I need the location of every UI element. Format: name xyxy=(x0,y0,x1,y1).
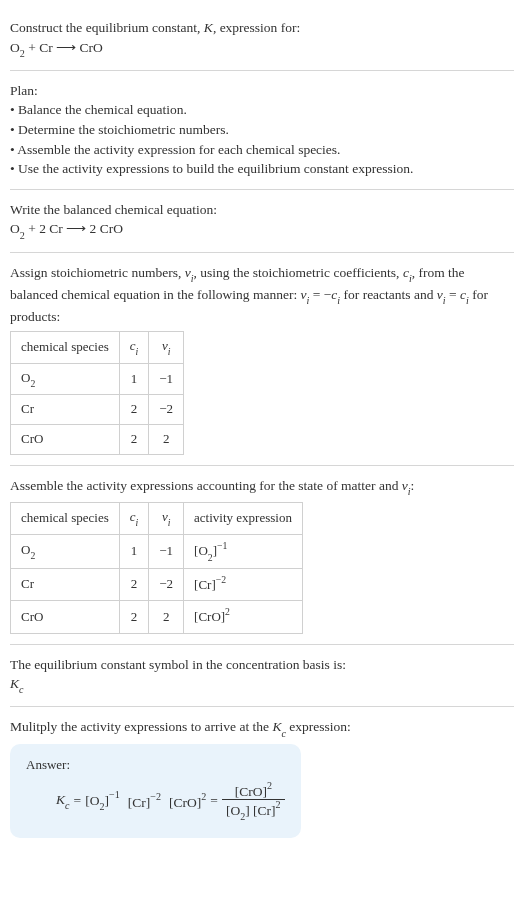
subscript: c xyxy=(19,684,24,695)
superscript: 2 xyxy=(201,791,206,802)
cell-nui: −1 xyxy=(149,535,184,569)
text: O xyxy=(10,221,20,236)
text: [Cr] xyxy=(128,794,151,809)
arrow-icon: ⟶ xyxy=(56,40,76,55)
text: c xyxy=(130,338,136,353)
text: c xyxy=(403,265,409,280)
activity-section: Assemble the activity expressions accoun… xyxy=(10,466,514,644)
text: 2 CrO xyxy=(86,221,123,236)
subscript: 2 xyxy=(20,48,25,59)
text: [CrO] xyxy=(169,794,201,809)
col-nui: νi xyxy=(149,503,184,535)
cell-species: Cr xyxy=(11,395,120,425)
col-activity: activity expression xyxy=(184,503,303,535)
arrow-icon: ⟶ xyxy=(66,221,86,236)
text: , using the stoichiometric coefficients, xyxy=(194,265,403,280)
answer-equation: Kc = [O2]−1 [Cr]−2 [CrO]2 = [CrO]2 [O2] … xyxy=(26,781,285,822)
subscript: i xyxy=(136,346,139,357)
cell-species: CrO xyxy=(11,601,120,633)
subscript: i xyxy=(136,517,139,528)
text: ν xyxy=(162,338,168,353)
text: c xyxy=(130,509,136,524)
subscript: i xyxy=(168,346,171,357)
kc-symbol-line: The equilibrium constant symbol in the c… xyxy=(10,655,514,675)
col-species: chemical species xyxy=(11,503,120,535)
text: ν xyxy=(162,509,168,524)
text: + 2 Cr xyxy=(25,221,66,236)
text: ] [Cr] xyxy=(245,803,275,818)
subscript: i xyxy=(168,517,171,528)
nu-symbol: νi xyxy=(185,265,194,280)
term-cro: [CrO]2 xyxy=(169,791,206,812)
equals: = xyxy=(74,791,82,811)
text: [CrO] xyxy=(235,783,267,798)
term-o2: [O2]−1 xyxy=(85,789,120,813)
cell-nui: −1 xyxy=(149,363,184,395)
balanced-equation: O2 + 2 Cr ⟶ 2 CrO xyxy=(10,219,514,241)
cell-species: O2 xyxy=(11,535,120,569)
text: : xyxy=(411,478,415,493)
subscript: c xyxy=(65,800,70,811)
table-row: Cr 2 −2 xyxy=(11,395,184,425)
stoich-intro: Assign stoichiometric numbers, νi, using… xyxy=(10,263,514,327)
text: ν xyxy=(301,287,307,302)
cell-ci: 1 xyxy=(119,535,149,569)
subscript: i xyxy=(191,273,194,284)
superscript: −1 xyxy=(109,789,120,800)
table-row: Cr 2 −2 [Cr]−2 xyxy=(11,569,303,601)
subscript: 2 xyxy=(30,378,35,389)
subscript: 2 xyxy=(99,801,104,812)
subscript: i xyxy=(409,273,412,284)
c-symbol: ci xyxy=(403,265,412,280)
superscript: −2 xyxy=(216,574,226,585)
text: ν xyxy=(185,265,191,280)
text: [Cr] xyxy=(194,578,216,593)
text: for reactants and xyxy=(340,287,437,302)
text: + Cr xyxy=(25,40,56,55)
kc-symbol: Kc xyxy=(272,719,286,734)
subscript: 2 xyxy=(20,230,25,241)
cell-ci: 2 xyxy=(119,569,149,601)
table-header-row: chemical species ci νi activity expressi… xyxy=(11,503,303,535)
species-o2: O2 xyxy=(10,221,25,236)
c-symbol: ci xyxy=(331,287,340,302)
col-ci: ci xyxy=(119,331,149,363)
c-symbol: ci xyxy=(460,287,469,302)
cell-nui: −2 xyxy=(149,569,184,601)
table-row: CrO 2 2 xyxy=(11,425,184,455)
plan-title: Plan: xyxy=(10,81,514,101)
text: Mulitply the activity expressions to arr… xyxy=(10,719,272,734)
text: O xyxy=(10,40,20,55)
cell-species: O2 xyxy=(11,363,120,395)
subscript: 2 xyxy=(30,550,35,561)
text: K xyxy=(10,676,19,691)
nu-symbol: νi xyxy=(402,478,411,493)
superscript: 2 xyxy=(225,606,230,617)
text: Assign stoichiometric numbers, xyxy=(10,265,185,280)
prompt-equation: O2 + Cr ⟶ CrO xyxy=(10,38,514,60)
answer-label: Answer: xyxy=(26,756,285,775)
cell-activity: [CrO]2 xyxy=(184,601,303,633)
stoich-table: chemical species ci νi O2 1 −1 Cr 2 −2 C… xyxy=(10,331,184,455)
superscript: 2 xyxy=(267,780,272,791)
k-symbol: K xyxy=(204,20,213,35)
answer-section: Mulitply the activity expressions to arr… xyxy=(10,707,514,847)
relation: νi xyxy=(437,287,446,302)
cell-ci: 2 xyxy=(119,425,149,455)
plan-bullet-4: • Use the activity expressions to build … xyxy=(10,159,514,179)
balanced-title: Write the balanced chemical equation: xyxy=(10,200,514,220)
table-row: O2 1 −1 [O2]−1 xyxy=(11,535,303,569)
plan-bullet-2: • Determine the stoichiometric numbers. xyxy=(10,120,514,140)
term-cr: [Cr]−2 xyxy=(128,791,161,812)
text: expression: xyxy=(286,719,351,734)
subscript: i xyxy=(466,295,469,306)
cell-nui: −2 xyxy=(149,395,184,425)
plan-bullet-1: • Balance the chemical equation. xyxy=(10,100,514,120)
fraction-numerator: [CrO]2 xyxy=(231,781,276,800)
text: ν xyxy=(437,287,443,302)
text: , expression for: xyxy=(213,20,300,35)
multiply-line: Mulitply the activity expressions to arr… xyxy=(10,717,514,739)
prompt-line1: Construct the equilibrium constant, K, e… xyxy=(10,18,514,38)
text: = xyxy=(446,287,460,302)
activity-intro: Assemble the activity expressions accoun… xyxy=(10,476,514,498)
